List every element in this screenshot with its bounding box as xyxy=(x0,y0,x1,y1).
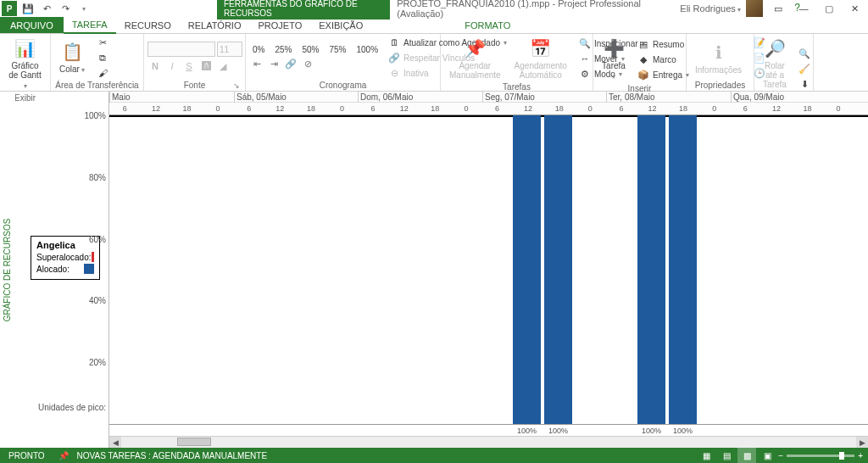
ribbon-tabs: ARQUIVO TAREFA RECURSO RELATÓRIO PROJETO… xyxy=(0,17,868,34)
hour-tick: 12 xyxy=(637,103,668,115)
close-icon[interactable]: ✕ xyxy=(844,1,865,16)
underline-button[interactable]: S xyxy=(181,59,197,74)
indent-button[interactable]: ⇥ xyxy=(266,57,281,72)
zoom-in-icon[interactable]: + xyxy=(858,451,863,460)
group-propriedades: Propriedades xyxy=(690,80,750,91)
y-tick: 40% xyxy=(89,296,106,305)
font-dialog-launcher[interactable]: ↘ xyxy=(233,81,240,90)
brush-icon: 🖌 xyxy=(97,67,108,79)
bold-button[interactable]: N xyxy=(147,59,163,74)
calendar-check-icon: 🗓 xyxy=(388,36,400,48)
cut-button[interactable]: ✂ xyxy=(93,36,112,49)
italic-button[interactable]: I xyxy=(164,59,180,74)
peak-units-label: Unidades de pico: xyxy=(38,403,106,412)
font-size-select[interactable] xyxy=(217,42,242,57)
help-icon[interactable]: ? xyxy=(794,2,800,14)
hour-tick: 6 xyxy=(481,103,513,115)
undo-icon[interactable]: ↶ xyxy=(39,1,54,16)
y-tick: 20% xyxy=(89,358,106,367)
view-shortcut-1[interactable]: ▦ xyxy=(697,448,715,463)
resource-graph-view: GRÁFICO DE RECURSOS Angelica Superalocad… xyxy=(0,92,868,448)
maximize-icon[interactable]: ▢ xyxy=(819,1,839,16)
hour-tick: 12 xyxy=(264,103,296,115)
day-header: Maio xyxy=(109,92,131,103)
deliverable-button[interactable]: 📦Entrega xyxy=(634,68,693,81)
find-icon: 🔍 xyxy=(798,47,810,59)
scroll-right-icon[interactable]: ▶ xyxy=(856,437,868,449)
hour-tick: 0 xyxy=(823,103,854,115)
scroll-left-icon[interactable]: ◀ xyxy=(109,437,121,449)
y-tick: 100% xyxy=(84,111,106,120)
hour-tick: 6 xyxy=(109,103,141,115)
chart-area[interactable]: MaioSáb, 05/MaioDom, 06/MaioSeg, 07/Maio… xyxy=(108,92,868,448)
hour-tick: 18 xyxy=(420,103,451,115)
view-shortcut-2[interactable]: ▤ xyxy=(717,448,736,463)
timescale-header[interactable]: MaioSáb, 05/MaioDom, 06/MaioSeg, 07/Maio… xyxy=(109,92,868,115)
pin-icon: 📌 xyxy=(463,37,487,59)
save-icon[interactable]: 💾 xyxy=(20,1,36,16)
milestone-button[interactable]: ◆Marco xyxy=(634,53,693,66)
day-header: Seg, 07/Maio xyxy=(482,92,535,103)
progress-25[interactable]: 25% xyxy=(271,44,295,55)
tab-file[interactable]: ARQUIVO xyxy=(0,17,64,33)
allocation-bar[interactable] xyxy=(669,115,697,424)
progress-50[interactable]: 50% xyxy=(298,44,322,55)
fill-button[interactable]: ⬇ xyxy=(795,77,814,91)
font-color-button[interactable]: 🅰 xyxy=(198,59,214,74)
horizontal-scrollbar[interactable]: ◀ ▶ xyxy=(109,436,868,448)
group-cronograma: Cronograma xyxy=(249,80,437,91)
paste-button[interactable]: 📋 Colar xyxy=(54,39,90,76)
outdent-button[interactable]: ⇤ xyxy=(249,57,264,72)
diamond-icon: ◆ xyxy=(637,53,649,65)
scroll-icon: 🔎 xyxy=(763,37,787,59)
swatch-allocated xyxy=(84,264,94,274)
hour-tick: 12 xyxy=(513,103,544,115)
peak-value: 100% xyxy=(544,425,572,437)
zoom-slider[interactable]: − + xyxy=(778,451,863,460)
fill-color-button[interactable]: ◢ xyxy=(215,59,231,74)
progress-75[interactable]: 75% xyxy=(326,44,349,55)
gantt-icon: 📊 xyxy=(14,37,37,59)
allocation-bar[interactable] xyxy=(544,115,572,424)
zoom-out-icon[interactable]: − xyxy=(778,451,783,460)
y-tick: 60% xyxy=(89,234,106,243)
deliverable-icon: 📦 xyxy=(637,69,649,81)
hour-tick: 0 xyxy=(575,103,606,115)
tab-tarefa[interactable]: TAREFA xyxy=(64,17,116,34)
schedule-auto-button[interactable]: 📅 Agendamento Automático xyxy=(509,36,572,81)
information-button[interactable]: ℹ Informações xyxy=(690,40,747,76)
schedule-manually-button[interactable]: 📌 Agendar Manualmente xyxy=(444,36,506,81)
inactive-icon: ⊖ xyxy=(388,67,400,79)
ribbon-options-icon[interactable]: ▭ xyxy=(768,1,788,16)
qat-customize-icon[interactable] xyxy=(76,1,92,16)
progress-100[interactable]: 100% xyxy=(353,44,382,55)
title-bar: P 💾 ↶ ↷ FERRAMENTAS DO GRÁFICO DE RECURS… xyxy=(0,0,868,17)
hour-tick: 18 xyxy=(543,103,575,115)
copy-button[interactable]: ⧉ xyxy=(93,51,112,64)
clear-button[interactable]: 🧹 xyxy=(795,62,814,75)
scroll-thumb[interactable] xyxy=(177,438,211,446)
font-family-select[interactable] xyxy=(147,42,215,57)
progress-0[interactable]: 0% xyxy=(249,44,268,55)
status-new-tasks[interactable]: NOVAS TAREFAS : AGENDADA MANUALMENTE xyxy=(69,451,276,460)
peak-value: 100% xyxy=(513,425,541,437)
user-name[interactable]: Eli Rodrigues xyxy=(680,3,741,14)
link-button[interactable]: 🔗 xyxy=(283,57,298,72)
scissors-icon: ✂ xyxy=(97,36,108,48)
summary-icon: ▤ xyxy=(637,38,649,50)
task-button[interactable]: ➕ Tarefa xyxy=(597,36,631,83)
allocation-bar[interactable] xyxy=(637,115,665,424)
redo-icon[interactable]: ↷ xyxy=(58,1,73,16)
unlink-button[interactable]: ⊘ xyxy=(300,57,315,72)
avatar[interactable] xyxy=(746,0,763,17)
view-shortcut-4[interactable]: ▣ xyxy=(758,448,776,463)
format-painter-button[interactable]: 🖌 xyxy=(93,66,112,80)
gantt-chart-button[interactable]: 📊 Gráfico de Gantt xyxy=(3,36,47,92)
view-shortcut-3[interactable]: ▩ xyxy=(737,448,756,463)
contextual-tab-header: FERRAMENTAS DO GRÁFICO DE RECURSOS xyxy=(217,0,390,20)
allocation-bar[interactable] xyxy=(513,115,541,424)
view-side-label: GRÁFICO DE RECURSOS xyxy=(0,92,15,448)
find-button[interactable]: 🔍 xyxy=(795,47,814,60)
tab-recurso[interactable]: RECURSO xyxy=(116,17,180,33)
summary-button[interactable]: ▤Resumo xyxy=(634,37,693,51)
